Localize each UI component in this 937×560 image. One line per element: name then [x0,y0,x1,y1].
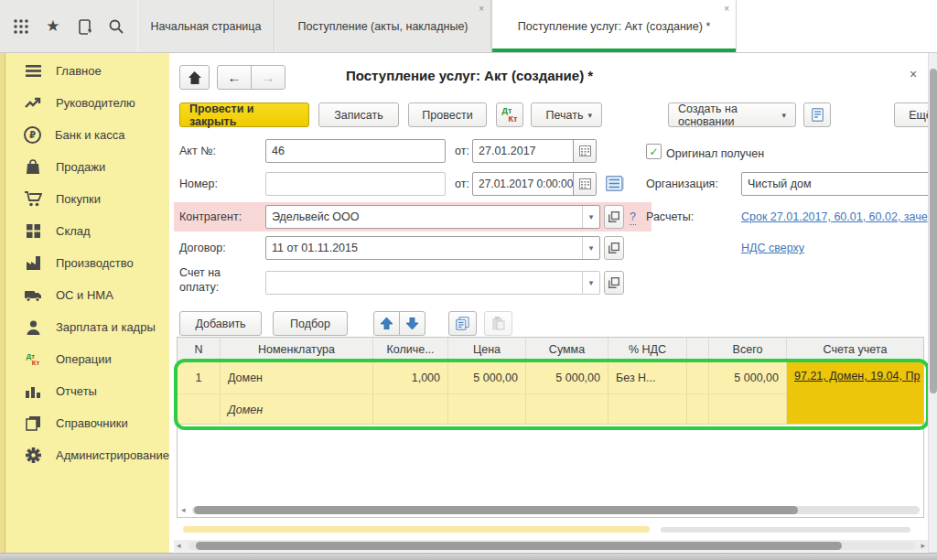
scrollbar-thumb[interactable] [194,506,798,514]
report-button[interactable] [803,102,831,127]
datetime-input[interactable]: 27.01.2017 0:00:00 [472,172,597,196]
sidebar-item-main[interactable]: Главное [0,55,169,87]
sidebar-item-manager[interactable]: Руководителю [0,87,169,119]
open-invoice-button[interactable] [604,271,624,295]
sidebar-item-purchases[interactable]: Покупки [0,183,169,215]
move-row-up-button[interactable] [373,311,400,336]
close-icon[interactable]: × [910,67,917,81]
cell-empty[interactable] [687,394,709,425]
cell-price[interactable]: 5 000,00 [448,362,526,393]
window-vertical-scrollbar[interactable] [928,53,937,553]
dropdown-caret-icon[interactable]: ▾ [582,237,599,259]
sidebar-item-fixed-assets[interactable]: ОС и НМА [0,279,169,311]
window-horizontal-scrollbar[interactable]: ◂ ▸ [174,540,928,552]
original-received-checkbox[interactable]: ✓ [646,144,662,159]
arrow-up-icon [381,318,393,329]
post-button[interactable]: Провести [408,102,487,127]
cell-n[interactable]: 1 [178,362,221,393]
cell-content[interactable]: Домен [221,394,373,425]
scrollbar-thumb[interactable] [930,69,937,393]
cell-amount[interactable]: 5 000,00 [526,362,609,393]
copy-rows-button[interactable] [448,311,477,336]
col-header-n[interactable]: N [178,338,221,361]
cell-nomenclature[interactable]: Домен [221,362,373,393]
calendar-icon[interactable] [573,140,596,162]
sidebar-item-warehouse[interactable]: Склад [0,215,169,247]
sidebar-item-sales[interactable]: Продажи [0,151,169,183]
cell-empty[interactable] [609,394,687,425]
dtkt-button[interactable]: ДтКт [496,102,523,127]
trend-icon [24,94,42,113]
scroll-left-icon[interactable]: ◂ [181,505,186,515]
forward-button[interactable]: → [251,65,285,90]
invoice-input[interactable]: ▾ [265,271,600,295]
table-horizontal-scrollbar[interactable]: ◂ [179,504,921,516]
open-contract-button[interactable] [604,236,624,260]
cell-empty[interactable] [448,394,526,425]
cell-n2[interactable] [178,394,221,425]
col-header-total[interactable]: Всего [709,338,787,361]
sidebar-item-bank[interactable]: ₽ Банк и касса [0,119,169,151]
cell-vat-rate[interactable]: Без Н... [609,362,687,393]
col-header-amount[interactable]: Сумма [526,338,609,361]
write-button[interactable]: Записать [318,102,399,127]
cell-empty[interactable] [373,394,448,425]
tab-home[interactable]: Начальная страница [137,0,275,52]
sidebar-item-directories[interactable]: Справочники [0,407,169,439]
dropdown-caret-icon[interactable]: ▾ [582,272,599,294]
settlements-link[interactable]: Срок 27.01.2017, 60.01, 60.02, заче [741,210,930,224]
post-and-close-button[interactable]: Провести и закрыть [179,102,309,127]
scroll-right-icon[interactable]: ▸ [921,541,925,551]
back-button[interactable]: ← [217,65,252,90]
organization-input[interactable]: Чистый дом [741,172,935,196]
cell-total[interactable]: 5 000,00 [709,362,787,393]
date-input[interactable]: 27.01.2017 [472,139,597,163]
move-row-down-button[interactable] [399,311,425,336]
number-input[interactable] [265,172,446,196]
add-row-button[interactable]: Добавить [179,311,262,336]
vat-mode-link[interactable]: НДС сверху [741,241,804,255]
cell-empty[interactable] [709,394,787,425]
col-header-vat-rate[interactable]: % НДС [609,338,687,361]
sidebar-item-administration[interactable]: Администрирование [0,439,169,471]
tab-service-receipt-active[interactable]: Поступление услуг: Акт (создание) * × [491,0,737,52]
contractor-input[interactable]: Эдельвейс ООО ▾ [265,205,600,229]
col-header-price[interactable]: Цена [448,338,526,361]
contract-input[interactable]: 11 от 01.11.2015 ▾ [265,236,600,260]
sidebar-item-production[interactable]: Производство [0,247,169,279]
sidebar-item-payroll[interactable]: Зарплата и кадры [0,311,169,343]
dropdown-caret-icon[interactable]: ▾ [582,206,599,228]
col-header-accounts[interactable]: Счета учета [787,338,923,361]
cell-vat-amount[interactable] [687,362,709,393]
create-based-on-button[interactable]: Создать на основании ▾ [668,102,796,127]
calendar-icon[interactable] [573,173,596,195]
pick-button[interactable]: Подбор [273,311,348,336]
cell-empty[interactable] [526,394,609,425]
col-header-vat-amount[interactable] [687,338,709,361]
act-no-input[interactable]: 46 [265,139,446,163]
col-header-qty[interactable]: Количе... [373,338,448,361]
col-header-nomenclature[interactable]: Номенклатура [221,338,373,361]
scroll-left-icon[interactable]: ◂ [177,541,181,551]
sidebar-item-reports[interactable]: Отчеты [0,375,169,407]
cart-icon [24,190,42,209]
dtkt-icon: ДтКт [502,107,518,124]
home-button[interactable] [179,65,210,90]
search-icon[interactable] [106,16,126,37]
favorites-star-icon[interactable]: ★ [43,16,63,37]
cell-qty[interactable]: 1,000 [373,362,448,393]
scrollbar-thumb[interactable] [196,542,842,550]
contractor-help-link[interactable]: ? [630,210,636,225]
table-row[interactable]: 1 Домен 1,000 5 000,00 5 000,00 Без Н...… [178,362,923,425]
sidebar-item-operations[interactable]: ДтКт Операции [0,343,169,375]
apps-grid-icon[interactable] [11,16,31,37]
print-button[interactable]: Печать ▾ [531,102,602,127]
open-contractor-button[interactable] [604,205,624,229]
tab-close-icon[interactable]: × [479,5,484,14]
tab-receipts-list[interactable]: Поступление (акты, накладные) × [275,0,491,52]
paste-icon [491,317,505,330]
cell-accounts-selected[interactable]: 97.21, Домен, 19.04, Пр [787,362,923,424]
history-scroll-icon[interactable] [74,16,94,37]
tab-close-icon[interactable]: × [724,5,729,14]
list-icon[interactable] [606,176,624,194]
